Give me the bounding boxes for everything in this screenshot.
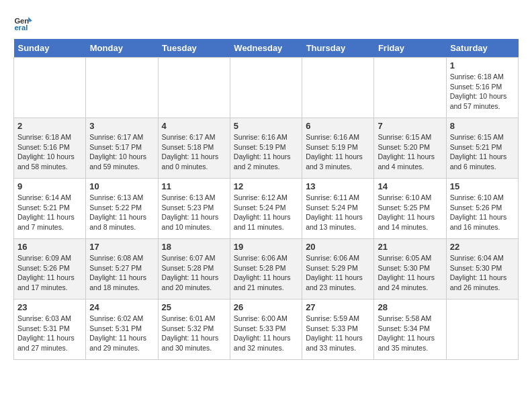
day-info: Sunrise: 6:10 AM Sunset: 5:26 PM Dayligh… bbox=[450, 193, 515, 232]
calendar-table: SundayMondayTuesdayWednesdayThursdayFrid… bbox=[13, 39, 519, 360]
day-number: 7 bbox=[378, 121, 442, 131]
day-number: 18 bbox=[162, 242, 226, 252]
day-info: Sunrise: 6:09 AM Sunset: 5:26 PM Dayligh… bbox=[17, 253, 82, 293]
day-number: 13 bbox=[306, 181, 370, 191]
calendar-cell bbox=[374, 58, 446, 118]
day-info: Sunrise: 6:07 AM Sunset: 5:28 PM Dayligh… bbox=[162, 253, 226, 293]
calendar-cell: 18Sunrise: 6:07 AM Sunset: 5:28 PM Dayli… bbox=[158, 239, 230, 300]
calendar-cell bbox=[302, 58, 374, 118]
day-info: Sunrise: 6:16 AM Sunset: 5:19 PM Dayligh… bbox=[234, 132, 298, 172]
header-row: SundayMondayTuesdayWednesdayThursdayFrid… bbox=[14, 39, 519, 58]
calendar-cell: 28Sunrise: 5:58 AM Sunset: 5:34 PM Dayli… bbox=[374, 300, 446, 360]
header: Gen eral bbox=[13, 13, 519, 32]
day-number: 27 bbox=[306, 302, 370, 312]
day-info: Sunrise: 5:59 AM Sunset: 5:33 PM Dayligh… bbox=[306, 314, 370, 353]
day-number: 26 bbox=[234, 302, 298, 312]
day-info: Sunrise: 6:16 AM Sunset: 5:19 PM Dayligh… bbox=[306, 132, 370, 172]
calendar-cell: 25Sunrise: 6:01 AM Sunset: 5:32 PM Dayli… bbox=[158, 300, 230, 360]
day-number: 11 bbox=[162, 181, 226, 191]
week-row-3: 16Sunrise: 6:09 AM Sunset: 5:26 PM Dayli… bbox=[14, 239, 519, 300]
day-info: Sunrise: 6:06 AM Sunset: 5:29 PM Dayligh… bbox=[306, 253, 370, 293]
logo-icon: Gen eral bbox=[13, 13, 32, 32]
day-number: 12 bbox=[234, 181, 298, 191]
calendar-cell bbox=[86, 58, 158, 118]
day-number: 14 bbox=[378, 181, 442, 191]
day-info: Sunrise: 6:12 AM Sunset: 5:24 PM Dayligh… bbox=[234, 193, 298, 232]
day-info: Sunrise: 5:58 AM Sunset: 5:34 PM Dayligh… bbox=[378, 314, 442, 353]
day-number: 21 bbox=[378, 242, 442, 252]
day-info: Sunrise: 6:18 AM Sunset: 5:16 PM Dayligh… bbox=[17, 132, 82, 172]
day-info: Sunrise: 6:02 AM Sunset: 5:31 PM Dayligh… bbox=[89, 314, 154, 353]
day-number: 3 bbox=[89, 121, 154, 131]
calendar-cell: 12Sunrise: 6:12 AM Sunset: 5:24 PM Dayli… bbox=[230, 179, 302, 239]
calendar-cell: 1Sunrise: 6:18 AM Sunset: 5:16 PM Daylig… bbox=[446, 58, 518, 118]
calendar-cell: 5Sunrise: 6:16 AM Sunset: 5:19 PM Daylig… bbox=[230, 118, 302, 179]
day-number: 6 bbox=[306, 121, 370, 131]
calendar-cell: 11Sunrise: 6:13 AM Sunset: 5:23 PM Dayli… bbox=[158, 179, 230, 239]
day-number: 20 bbox=[306, 242, 370, 252]
logo: Gen eral bbox=[13, 13, 35, 32]
day-info: Sunrise: 6:08 AM Sunset: 5:27 PM Dayligh… bbox=[89, 253, 154, 293]
calendar-cell: 7Sunrise: 6:15 AM Sunset: 5:20 PM Daylig… bbox=[374, 118, 446, 179]
day-number: 23 bbox=[17, 302, 82, 312]
day-info: Sunrise: 6:17 AM Sunset: 5:18 PM Dayligh… bbox=[162, 132, 226, 172]
day-number: 25 bbox=[162, 302, 226, 312]
calendar-cell: 19Sunrise: 6:06 AM Sunset: 5:28 PM Dayli… bbox=[230, 239, 302, 300]
day-info: Sunrise: 6:05 AM Sunset: 5:30 PM Dayligh… bbox=[378, 253, 442, 293]
day-number: 5 bbox=[234, 121, 298, 131]
day-number: 22 bbox=[450, 242, 515, 252]
day-number: 17 bbox=[89, 242, 154, 252]
day-info: Sunrise: 6:13 AM Sunset: 5:22 PM Dayligh… bbox=[89, 193, 154, 232]
day-info: Sunrise: 6:18 AM Sunset: 5:16 PM Dayligh… bbox=[450, 72, 515, 111]
calendar-cell: 21Sunrise: 6:05 AM Sunset: 5:30 PM Dayli… bbox=[374, 239, 446, 300]
calendar-cell: 23Sunrise: 6:03 AM Sunset: 5:31 PM Dayli… bbox=[14, 300, 86, 360]
day-number: 10 bbox=[89, 181, 154, 191]
calendar-cell: 20Sunrise: 6:06 AM Sunset: 5:29 PM Dayli… bbox=[302, 239, 374, 300]
day-info: Sunrise: 6:06 AM Sunset: 5:28 PM Dayligh… bbox=[234, 253, 298, 293]
day-info: Sunrise: 6:04 AM Sunset: 5:30 PM Dayligh… bbox=[450, 253, 515, 293]
day-info: Sunrise: 6:13 AM Sunset: 5:23 PM Dayligh… bbox=[162, 193, 226, 232]
calendar-cell bbox=[230, 58, 302, 118]
calendar-cell: 15Sunrise: 6:10 AM Sunset: 5:26 PM Dayli… bbox=[446, 179, 518, 239]
day-info: Sunrise: 6:01 AM Sunset: 5:32 PM Dayligh… bbox=[162, 314, 226, 353]
day-number: 15 bbox=[450, 181, 515, 191]
day-number: 9 bbox=[17, 181, 82, 191]
header-wednesday: Wednesday bbox=[230, 39, 302, 58]
calendar-cell: 27Sunrise: 5:59 AM Sunset: 5:33 PM Dayli… bbox=[302, 300, 374, 360]
day-number: 8 bbox=[450, 121, 515, 131]
day-info: Sunrise: 6:15 AM Sunset: 5:20 PM Dayligh… bbox=[378, 132, 442, 172]
day-info: Sunrise: 6:00 AM Sunset: 5:33 PM Dayligh… bbox=[234, 314, 298, 353]
calendar-cell: 16Sunrise: 6:09 AM Sunset: 5:26 PM Dayli… bbox=[14, 239, 86, 300]
day-number: 1 bbox=[450, 60, 515, 71]
week-row-2: 9Sunrise: 6:14 AM Sunset: 5:21 PM Daylig… bbox=[14, 179, 519, 239]
calendar-cell: 3Sunrise: 6:17 AM Sunset: 5:17 PM Daylig… bbox=[86, 118, 158, 179]
day-info: Sunrise: 6:14 AM Sunset: 5:21 PM Dayligh… bbox=[17, 193, 82, 232]
week-row-4: 23Sunrise: 6:03 AM Sunset: 5:31 PM Dayli… bbox=[14, 300, 519, 360]
day-info: Sunrise: 6:03 AM Sunset: 5:31 PM Dayligh… bbox=[17, 314, 82, 353]
day-number: 28 bbox=[378, 302, 442, 312]
calendar-cell bbox=[446, 300, 518, 360]
calendar-cell: 22Sunrise: 6:04 AM Sunset: 5:30 PM Dayli… bbox=[446, 239, 518, 300]
calendar-cell: 10Sunrise: 6:13 AM Sunset: 5:22 PM Dayli… bbox=[86, 179, 158, 239]
header-friday: Friday bbox=[374, 39, 446, 58]
day-info: Sunrise: 6:10 AM Sunset: 5:25 PM Dayligh… bbox=[378, 193, 442, 232]
header-saturday: Saturday bbox=[446, 39, 518, 58]
calendar-cell: 6Sunrise: 6:16 AM Sunset: 5:19 PM Daylig… bbox=[302, 118, 374, 179]
day-number: 19 bbox=[234, 242, 298, 252]
calendar-cell: 17Sunrise: 6:08 AM Sunset: 5:27 PM Dayli… bbox=[86, 239, 158, 300]
day-number: 4 bbox=[162, 121, 226, 131]
day-number: 2 bbox=[17, 121, 82, 131]
day-info: Sunrise: 6:11 AM Sunset: 5:24 PM Dayligh… bbox=[306, 193, 370, 232]
header-monday: Monday bbox=[86, 39, 158, 58]
calendar-cell: 14Sunrise: 6:10 AM Sunset: 5:25 PM Dayli… bbox=[374, 179, 446, 239]
header-sunday: Sunday bbox=[14, 39, 86, 58]
calendar-cell: 2Sunrise: 6:18 AM Sunset: 5:16 PM Daylig… bbox=[14, 118, 86, 179]
week-row-0: 1Sunrise: 6:18 AM Sunset: 5:16 PM Daylig… bbox=[14, 58, 519, 118]
svg-text:eral: eral bbox=[14, 24, 28, 32]
calendar-cell: 24Sunrise: 6:02 AM Sunset: 5:31 PM Dayli… bbox=[86, 300, 158, 360]
calendar-cell: 9Sunrise: 6:14 AM Sunset: 5:21 PM Daylig… bbox=[14, 179, 86, 239]
calendar-cell: 8Sunrise: 6:15 AM Sunset: 5:21 PM Daylig… bbox=[446, 118, 518, 179]
calendar-cell: 13Sunrise: 6:11 AM Sunset: 5:24 PM Dayli… bbox=[302, 179, 374, 239]
day-number: 24 bbox=[89, 302, 154, 312]
day-number: 16 bbox=[17, 242, 82, 252]
